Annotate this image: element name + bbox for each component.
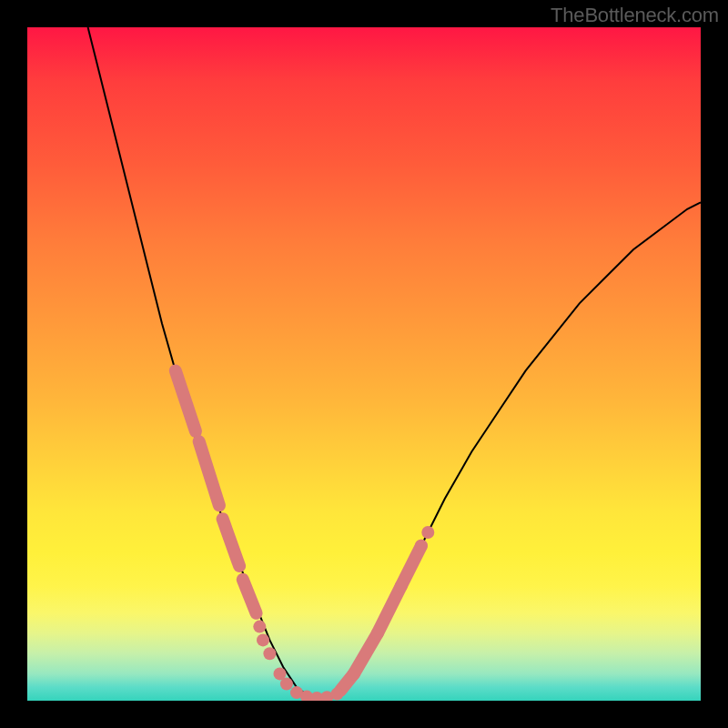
highlight-dot: [253, 621, 266, 633]
highlight-segments: [176, 370, 421, 691]
highlight-segment: [176, 370, 196, 431]
highlight-dot: [330, 688, 343, 701]
highlight-dot: [415, 540, 428, 552]
chart-frame: TheBottleneck.com: [0, 0, 728, 728]
highlight-dot: [280, 678, 293, 691]
highlight-dot: [421, 526, 434, 539]
highlight-segment: [354, 633, 378, 673]
plot-area: [27, 27, 701, 701]
highlight-segment: [223, 519, 240, 566]
highlight-segment: [243, 580, 257, 613]
highlight-segment: [401, 546, 421, 586]
highlight-dot: [263, 647, 276, 660]
highlight-dots: [253, 526, 434, 701]
highlight-dot: [257, 633, 269, 646]
curve-svg: [27, 27, 701, 701]
highlight-segment: [199, 441, 219, 505]
highlight-segment: [378, 586, 401, 633]
watermark-label: TheBottleneck.com: [551, 4, 719, 27]
